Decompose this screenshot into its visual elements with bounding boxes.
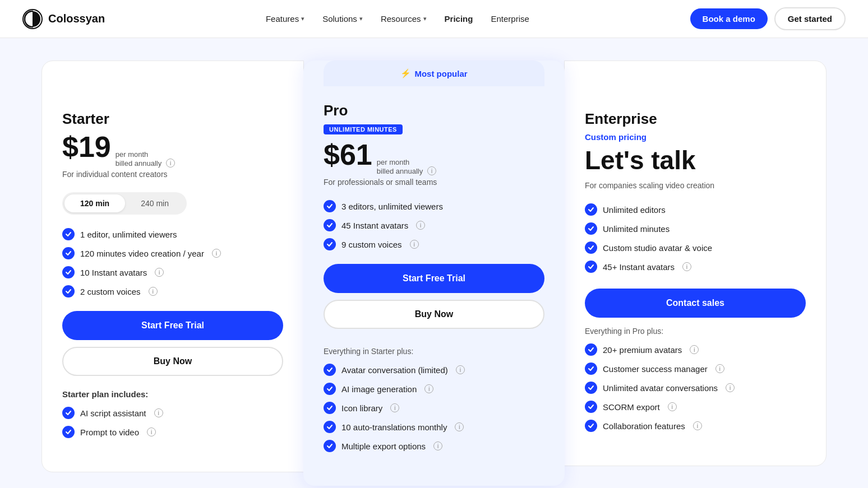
list-item: 45 Instant avatars i [324,219,544,231]
navbar: Colossyan Features ▾ Solutions ▾ Resourc… [0,0,868,38]
info-icon[interactable]: i [455,422,464,431]
most-popular-banner: ⚡ Most popular [324,61,544,86]
pro-buy-button[interactable]: Buy Now [324,300,544,329]
list-item: SCORM export i [585,401,806,413]
get-started-button[interactable]: Get started [774,7,846,30]
check-icon [324,440,336,452]
enterprise-extras-label: Everything in Pro plus: [585,327,806,336]
nav-solutions[interactable]: Solutions ▾ [322,14,363,24]
most-popular-label: Most popular [414,69,467,78]
info-icon[interactable]: i [726,383,735,392]
starter-includes-label: Starter plan includes: [62,389,283,399]
check-icon [324,219,336,231]
check-icon [324,402,336,414]
starter-price-details: per month billed annually i [116,150,175,168]
check-icon [585,382,597,394]
list-item: AI image generation i [324,383,544,395]
list-item: Multiple export options i [324,440,544,452]
info-icon[interactable]: i [682,262,691,271]
nav-pricing[interactable]: Pricing [445,14,473,24]
check-icon [585,362,597,375]
check-icon [62,266,75,278]
info-icon[interactable]: i [424,384,433,393]
pro-plan-card: ⚡ Most popular Pro UNLIMITED MINUTES $61… [303,61,565,486]
info-icon[interactable]: i [416,221,425,230]
starter-billed-info-icon[interactable]: i [166,159,175,168]
info-icon[interactable]: i [390,403,399,412]
pro-extras-list: Avatar conversation (limited) i AI image… [324,364,544,452]
logo[interactable]: Colossyan [22,9,105,29]
bolt-icon: ⚡ [400,68,411,78]
info-icon[interactable]: i [149,287,158,296]
info-icon[interactable]: i [147,427,156,436]
chevron-down-icon: ▾ [301,15,304,22]
enterprise-plan-card: Enterprise Custom pricing Let's talk For… [564,61,827,466]
info-icon[interactable]: i [715,364,724,373]
list-item: Unlimited avatar conversations i [585,382,806,394]
list-item: 20+ premium avatars i [585,343,806,356]
nav-links: Features ▾ Solutions ▾ Resources ▾ Prici… [266,14,529,24]
nav-resources[interactable]: Resources ▾ [381,14,427,24]
info-icon[interactable]: i [433,441,442,450]
list-item: 10 auto-translations monthly i [324,421,544,433]
book-demo-button[interactable]: Book a demo [690,8,768,29]
pro-price-details: per month billed annually i [377,158,436,175]
check-icon [324,383,336,395]
nav-features[interactable]: Features ▾ [266,14,304,24]
info-icon[interactable]: i [154,408,163,417]
check-icon [324,421,336,433]
pro-billed-info-icon[interactable]: i [427,166,436,175]
pro-extras-label: Everything in Starter plus: [324,347,544,356]
info-icon[interactable]: i [456,365,465,374]
list-item: Unlimited editors [585,203,806,216]
check-icon [324,364,336,376]
check-icon [62,285,75,298]
info-icon[interactable]: i [410,240,419,249]
list-item: Icon library i [324,402,544,414]
check-icon [585,261,597,273]
check-icon [62,407,75,419]
list-item: Unlimited minutes [585,222,806,235]
enterprise-contact-button[interactable]: Contact sales [585,289,806,318]
check-icon [62,426,75,438]
starter-plan-name: Starter [62,110,283,128]
check-icon [585,222,597,235]
pro-billed: billed annually i [377,166,436,175]
pro-features-list: 3 editors, unlimited viewers 45 Instant … [324,200,544,250]
info-icon[interactable]: i [668,402,677,411]
list-item: 2 custom voices i [62,285,283,298]
toggle-120-btn[interactable]: 120 min [64,194,125,212]
check-icon [585,343,597,356]
pro-plan-name: Pro [324,102,544,119]
info-icon[interactable]: i [212,249,221,258]
pricing-page: Starter $19 per month billed annually i … [0,38,868,488]
info-icon[interactable]: i [690,345,699,354]
starter-minutes-toggle[interactable]: 120 min 240 min [62,192,187,215]
unlimited-badge: UNLIMITED MINUTES [324,124,403,134]
chevron-down-icon: ▾ [423,15,427,22]
list-item: 3 editors, unlimited viewers [324,200,544,212]
check-icon [585,420,597,432]
toggle-240-btn[interactable]: 240 min [125,194,184,212]
nav-enterprise[interactable]: Enterprise [491,14,529,24]
check-icon [585,401,597,413]
enterprise-features-list: Unlimited editors Unlimited minutes Cust… [585,203,806,273]
info-icon[interactable]: i [155,268,164,277]
logo-icon [22,9,43,29]
starter-trial-button[interactable]: Start Free Trial [62,311,283,340]
check-icon [324,238,336,250]
pro-extras-section: Everything in Starter plus: Avatar conve… [324,347,544,452]
nav-actions: Book a demo Get started [690,7,846,30]
pro-trial-button[interactable]: Start Free Trial [324,264,544,293]
list-item: 1 editor, unlimited viewers [62,228,283,240]
list-item: Avatar conversation (limited) i [324,364,544,376]
info-icon[interactable]: i [693,421,702,430]
check-icon [62,247,75,259]
logo-text: Colossyan [48,12,105,25]
pricing-cards-wrapper: Starter $19 per month billed annually i … [41,61,827,486]
check-icon [585,203,597,216]
starter-buy-button[interactable]: Buy Now [62,347,283,376]
starter-desc: For individual content creators [62,170,283,179]
enterprise-extras-list: 20+ premium avatars i Customer success m… [585,343,806,432]
list-item: 9 custom voices i [324,238,544,250]
